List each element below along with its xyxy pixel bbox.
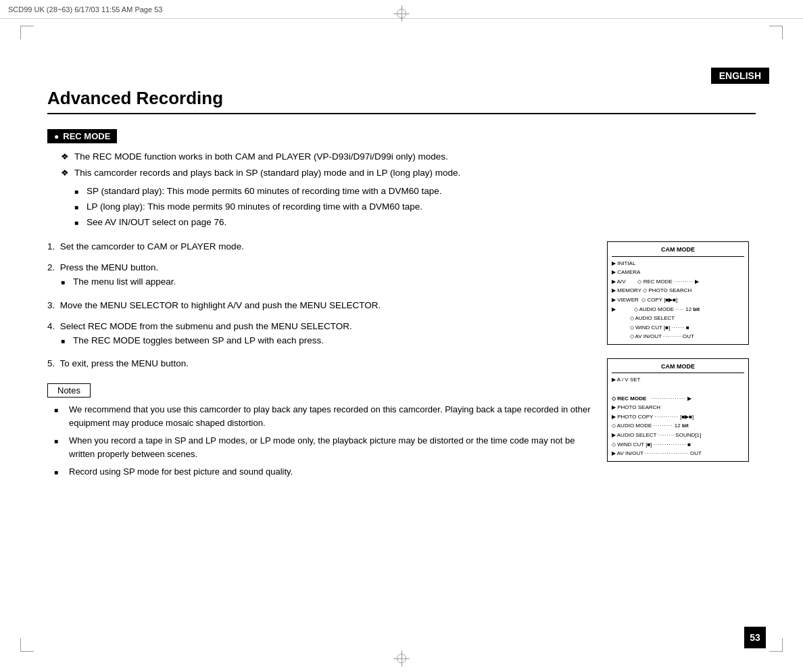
note-item-3: Record using SP mode for best picture an… xyxy=(54,465,593,479)
step-2-sub-1: The menu list will appear. xyxy=(61,275,593,289)
step-3-text: 3. Move the MENU SELECTOR to highlight A… xyxy=(47,300,593,310)
diamond-item-1: The REC MODE function works in both CAM … xyxy=(61,150,756,164)
cam1-row-9: ◇ AV IN/OUT ·········OUT xyxy=(612,332,744,341)
step-4-text: 4. Select REC MODE from the submenu and … xyxy=(47,321,593,331)
main-content: Advanced Recording REC MODE The REC MODE… xyxy=(47,88,756,631)
cam2-row-7: ▶ AUDIO SELECT ········SOUND[1] xyxy=(612,431,744,440)
reg-mark-top xyxy=(393,5,410,22)
page-number: 53 xyxy=(744,627,766,648)
cam1-row-5: ▶ VIEWER ◇ COPY [■▶■] xyxy=(612,295,744,305)
cam-mode-box-1: CAM MODE ▶ INITIAL ▶ CAMERA ▶ A/V ◇ REC … xyxy=(607,241,749,345)
english-badge: ENGLISH xyxy=(711,68,769,84)
step-5: 5. To exit, press the MENU button. xyxy=(47,358,593,368)
cam1-row-4: ▶ MEMORY ◇ PHOTO SEARCH xyxy=(612,286,744,295)
cam-mode-title-2: CAM MODE xyxy=(612,362,744,373)
cam1-row-7: ◇ AUDIO SELECT xyxy=(612,314,744,323)
step-4-sub: The REC MODE toggles between SP and LP w… xyxy=(61,334,593,347)
section-header-rec-mode: REC MODE xyxy=(47,129,117,143)
corner-tr xyxy=(769,26,783,39)
cam1-row-1: ▶ INITIAL xyxy=(612,259,744,268)
step-4: 4. Select REC MODE from the submenu and … xyxy=(47,321,593,347)
notes-box: Notes xyxy=(47,383,91,398)
cam1-row-2: ▶ CAMERA xyxy=(612,268,744,277)
cam2-row-9: ▶ AV IN/OUT ···················· OUT xyxy=(612,449,744,458)
diamond-list: The REC MODE function works in both CAM … xyxy=(61,150,756,181)
cam2-row-3: ◇ REC MODE ················ ▶ xyxy=(612,394,744,404)
step-3: 3. Move the MENU SELECTOR to highlight A… xyxy=(47,300,593,310)
cam-mode-box-2: CAM MODE ▶ A / V SET ◇ REC MODE ········… xyxy=(607,358,749,462)
step-2-text: 2. Press the MENU button. xyxy=(47,262,593,272)
steps-area: 1. Set the camcorder to CAM or PLAYER mo… xyxy=(47,241,756,483)
page-title: Advanced Recording xyxy=(47,88,756,114)
note-item-1: We recommend that you use this camcorder… xyxy=(54,403,593,430)
square-list: SP (standard play): This mode permits 60… xyxy=(74,185,756,230)
square-item-2: LP (long play): This mode permits 90 min… xyxy=(74,200,756,214)
cam2-row-4: ▶ PHOTO SEARCH xyxy=(612,403,744,412)
step-4-sub-1: The REC MODE toggles between SP and LP w… xyxy=(61,334,593,347)
square-item-3: See AV IN/OUT select on page 76. xyxy=(74,216,756,229)
cam2-row-1: ▶ A / V SET xyxy=(612,375,744,385)
cam2-row-8: ◇ WIND CUT [■] ··············· ■ xyxy=(612,440,744,450)
corner-br xyxy=(769,638,783,652)
diamond-item-2: This camcorder records and plays back in… xyxy=(61,166,756,180)
cam1-row-6: ▶ ◇ AUDIO MODE ···· 12 bit xyxy=(612,305,744,314)
steps-left: 1. Set the camcorder to CAM or PLAYER mo… xyxy=(47,241,593,483)
cam1-row-3: ▶ A/V ◇ REC MODE ········· ▶ xyxy=(612,277,744,287)
cam1-row-8: ◇ WIND CUT [■] ······ ■ xyxy=(612,323,744,333)
step-2-sub: The menu list will appear. xyxy=(61,275,593,289)
cam2-row-2 xyxy=(612,385,744,394)
step-1: 1. Set the camcorder to CAM or PLAYER mo… xyxy=(47,241,593,251)
step-1-text: 1. Set the camcorder to CAM or PLAYER mo… xyxy=(47,241,593,251)
notes-list: We recommend that you use this camcorder… xyxy=(54,403,593,479)
steps-right: CAM MODE ▶ INITIAL ▶ CAMERA ▶ A/V ◇ REC … xyxy=(607,241,756,483)
reg-mark-bottom xyxy=(393,650,410,667)
cam2-row-5: ▶ PHOTO COPY ··········· [■▶■] xyxy=(612,412,744,422)
note-item-2: When you record a tape in SP and LP mode… xyxy=(54,434,593,461)
square-item-1: SP (standard play): This mode permits 60… xyxy=(74,185,756,198)
notes-section: Notes We recommend that you use this cam… xyxy=(47,383,593,479)
step-5-text: 5. To exit, press the MENU button. xyxy=(47,358,593,368)
header-text: SCD99 UK (28~63) 6/17/03 11:55 AM Page 5… xyxy=(8,5,162,14)
corner-tl xyxy=(20,26,34,39)
cam-mode-title-1: CAM MODE xyxy=(612,245,744,256)
corner-bl xyxy=(20,638,34,652)
step-2: 2. Press the MENU button. The menu list … xyxy=(47,262,593,289)
cam2-row-6: ◇ AUDIO MODE ········· 12 bit xyxy=(612,421,744,431)
